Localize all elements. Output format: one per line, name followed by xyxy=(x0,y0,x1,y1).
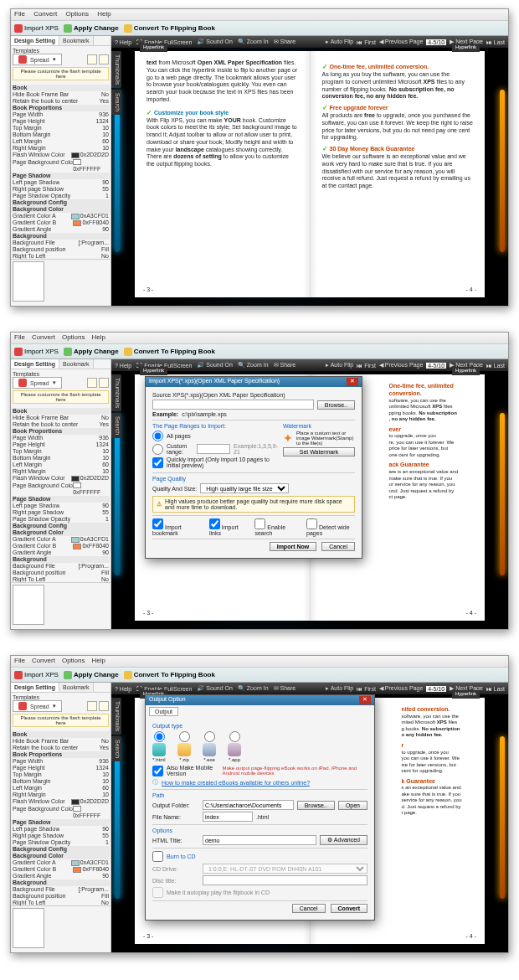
type-app[interactable]: *.app xyxy=(228,731,241,762)
prop-row[interactable]: Right page Shadow55 xyxy=(12,833,110,839)
prop-row[interactable]: Gradient Angle90 xyxy=(12,226,110,233)
prop-row[interactable]: Left Margin60 xyxy=(12,138,110,145)
sound-button[interactable]: 🔊 Sound On xyxy=(197,39,232,45)
prop-row[interactable]: Background Config xyxy=(12,846,110,853)
prop-row[interactable]: Left page Shadow90 xyxy=(12,179,110,186)
convert-confirm-button[interactable]: Convert xyxy=(331,904,367,913)
zoom-button[interactable]: 🔍 Zoom In xyxy=(238,39,269,45)
prop-row[interactable]: Top Margin10 xyxy=(12,125,110,132)
source-input[interactable] xyxy=(152,400,314,410)
prop-row[interactable]: Retain the book to centerYes xyxy=(12,98,110,105)
prop-row[interactable]: Background File[:Program... xyxy=(12,240,110,246)
prop-row[interactable]: Gradient Angle90 xyxy=(12,549,110,556)
menu-help[interactable]: Help xyxy=(97,10,110,18)
prop-row[interactable]: Retain the book to centerYes xyxy=(12,745,110,751)
type-exe[interactable]: *.exe xyxy=(203,731,216,762)
prop-row[interactable]: Retain the book to centerYes xyxy=(12,421,110,428)
flipping-book[interactable]: Hyperlink text from Microsoft Open XML P… xyxy=(135,51,485,297)
template-open-button[interactable] xyxy=(87,54,97,64)
prop-row[interactable]: Book Proportions xyxy=(12,751,110,758)
property-grid[interactable]: BookHide Book Frame BarNoRetain the book… xyxy=(11,84,110,259)
prop-row[interactable]: Hide Book Frame BarNo xyxy=(12,738,110,745)
convert-button[interactable]: Convert To Flipping Book xyxy=(124,348,215,356)
import-xps-button[interactable]: Import XPS xyxy=(14,24,59,33)
prop-row[interactable]: Background File[:Program... xyxy=(12,563,110,570)
autoflip-button[interactable]: ▸ Auto Flip xyxy=(326,39,353,45)
menu-options[interactable]: Options xyxy=(65,10,89,18)
prop-row[interactable]: Page Shadow xyxy=(12,173,110,179)
prop-row[interactable]: Gradient Color B0xFF8040 xyxy=(12,219,110,226)
prop-row[interactable]: Left Margin60 xyxy=(12,785,110,792)
prop-row[interactable]: Page Background Color0xFFFFFF xyxy=(12,159,110,173)
import-xps-button[interactable]: Import XPS xyxy=(14,671,59,679)
prop-row[interactable]: Page Shadow xyxy=(12,496,110,503)
prop-row[interactable]: Right Margin10 xyxy=(12,145,110,152)
prop-row[interactable]: Background Color xyxy=(12,206,110,213)
prop-row[interactable]: Background xyxy=(12,556,110,563)
prop-row[interactable]: Gradient Color A0xA3CFD1 xyxy=(12,859,110,866)
prop-row[interactable]: Book xyxy=(12,85,110,91)
convert-button[interactable]: Convert To Flipping Book xyxy=(124,671,215,679)
prop-row[interactable]: Page Width936 xyxy=(12,111,110,118)
prop-row[interactable]: Gradient Color A0xA3CFD1 xyxy=(12,536,110,543)
radio-custom-range[interactable] xyxy=(152,444,163,455)
prev-button[interactable]: ◀ Previous Page xyxy=(379,39,423,45)
prop-row[interactable]: Bottom Margin10 xyxy=(12,455,110,462)
import-xps-button[interactable]: Import XPS xyxy=(14,348,59,356)
prop-row[interactable]: Right Margin10 xyxy=(12,468,110,475)
output-folder-input[interactable] xyxy=(203,800,294,810)
prop-row[interactable]: Book Proportions xyxy=(12,105,110,111)
prop-row[interactable]: Right To LeftNo xyxy=(12,253,110,259)
cancel-button[interactable]: Cancel xyxy=(292,904,326,913)
prop-row[interactable]: Right To LeftNo xyxy=(12,576,110,582)
close-icon[interactable]: ✕ xyxy=(359,696,371,704)
prop-row[interactable]: Book xyxy=(12,408,110,415)
prop-row[interactable]: Right To LeftNo xyxy=(12,900,110,905)
prop-row[interactable]: Background Color xyxy=(12,853,110,859)
tab-bookmark[interactable]: Bookmark xyxy=(59,36,94,45)
convert-button[interactable]: Convert To Flipping Book xyxy=(124,24,215,33)
vtab-thumbnails[interactable]: Thumbnails xyxy=(111,51,121,88)
menu-convert[interactable]: Convert xyxy=(33,10,57,18)
prop-row[interactable]: Background positionFill xyxy=(12,893,110,900)
prop-row[interactable]: Hide Book Frame BarNo xyxy=(12,91,110,98)
quality-select[interactable]: High quality large file size xyxy=(200,483,289,493)
prop-row[interactable]: Gradient Angle90 xyxy=(12,873,110,879)
prop-row[interactable]: Bottom Margin10 xyxy=(12,132,110,138)
prop-row[interactable]: Background File[:Program... xyxy=(12,886,110,893)
prop-row[interactable]: Background Color xyxy=(12,529,110,536)
prop-row[interactable]: Page Shadow Opacity1 xyxy=(12,516,110,523)
prop-row[interactable]: Flash Window Color0x2D2D2D xyxy=(12,152,110,158)
prop-row[interactable]: Background positionFill xyxy=(12,246,110,253)
set-watermark-button[interactable]: Set Watermark xyxy=(283,447,355,456)
cancel-button[interactable]: Cancel xyxy=(321,542,355,551)
apply-change-button[interactable]: Apply Change xyxy=(64,671,119,679)
prop-row[interactable]: Left page Shadow90 xyxy=(12,503,110,509)
browse-button[interactable]: Browse.. xyxy=(317,400,355,410)
prop-row[interactable]: Flash Window Color0x2D2D2D xyxy=(12,475,110,482)
browse-button[interactable]: Browse.. xyxy=(297,801,335,810)
menu-file[interactable]: File xyxy=(14,10,25,18)
apply-change-button[interactable]: Apply Change xyxy=(64,348,119,356)
help-button[interactable]: ? Help xyxy=(115,39,131,45)
template-save-button[interactable] xyxy=(99,54,109,64)
prop-row[interactable]: Book xyxy=(12,731,110,738)
prop-row[interactable]: Right page Shadow55 xyxy=(12,509,110,516)
file-name-input[interactable] xyxy=(203,812,253,822)
type-zip[interactable]: *.zip xyxy=(177,731,191,762)
quick-import-checkbox[interactable] xyxy=(152,457,163,468)
prop-row[interactable]: Flash Window Color0x2D2D2D xyxy=(12,798,110,805)
prop-row[interactable]: Bottom Margin10 xyxy=(12,778,110,785)
html-title-input[interactable] xyxy=(203,835,316,845)
output-tab[interactable]: Output xyxy=(149,707,178,716)
last-button[interactable]: ⏭ Last xyxy=(486,39,505,45)
first-button[interactable]: ⏮ First xyxy=(357,39,376,45)
enable-search-checkbox[interactable] xyxy=(254,518,265,529)
prop-row[interactable]: Book Proportions xyxy=(12,428,110,435)
type-html[interactable]: *.html xyxy=(152,731,166,762)
radio-all-pages[interactable] xyxy=(152,431,163,441)
prop-row[interactable]: Right Margin10 xyxy=(12,792,110,798)
template-spread-select[interactable]: Spread▾ xyxy=(13,54,62,65)
tab-design-setting[interactable]: Design Setting xyxy=(11,36,59,45)
prop-row[interactable]: Top Margin10 xyxy=(12,448,110,455)
